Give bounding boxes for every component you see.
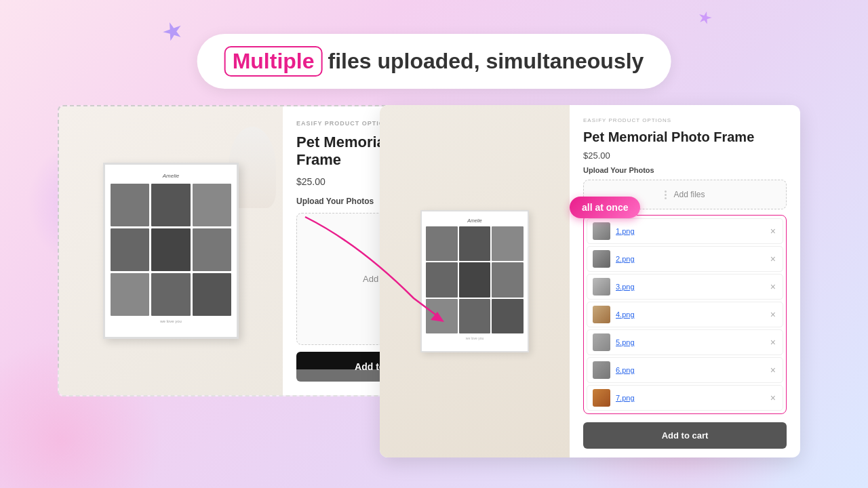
svg-marker-0 <box>161 19 184 42</box>
add-files-dots <box>665 190 667 199</box>
file-thumb-3 <box>593 278 610 296</box>
right-panel-image: Amelie we love you <box>380 105 570 458</box>
photo-5 <box>151 228 190 271</box>
frame-right-title: Amelie <box>426 218 524 225</box>
r-photo-1 <box>426 226 458 261</box>
header-pill: Multiple files uploaded, simultaneously <box>197 34 671 89</box>
right-product-title: Pet Memorial Photo Frame <box>583 129 787 145</box>
file-remove-6[interactable]: × <box>769 365 777 375</box>
file-thumb-1 <box>593 222 610 240</box>
file-name-1[interactable]: 1.png <box>616 227 764 235</box>
photo-2 <box>151 184 190 226</box>
header-multiple: Multiple <box>224 46 323 77</box>
file-thumb-4 <box>593 306 610 323</box>
right-upload-label: Upload Your Photos <box>583 166 787 174</box>
photo-4 <box>111 228 149 271</box>
file-name-3[interactable]: 3.png <box>616 283 764 291</box>
r-photo-9 <box>492 299 524 333</box>
photo-1 <box>111 184 149 226</box>
star-decoration-left <box>159 18 188 50</box>
frame-bottom: we love you <box>111 318 231 323</box>
right-image-bg: Amelie we love you <box>380 105 570 458</box>
file-item-3: 3.png × <box>587 274 783 300</box>
r-photo-7 <box>426 299 458 333</box>
file-name-7[interactable]: 7.png <box>616 394 764 402</box>
header-rest: files uploaded, simultaneously <box>328 49 644 74</box>
right-product-price: $25.00 <box>583 150 787 161</box>
file-item-5: 5.png × <box>587 329 783 355</box>
file-thumb-5 <box>593 333 610 351</box>
photo-3 <box>193 184 231 226</box>
file-remove-4[interactable]: × <box>769 310 777 319</box>
dot-2 <box>665 194 667 196</box>
photo-7 <box>111 273 149 316</box>
frame-mockup-left: Amelie we love you <box>103 163 239 339</box>
file-name-4[interactable]: 4.png <box>616 310 764 319</box>
svg-marker-1 <box>697 9 713 24</box>
left-product-image: Amelie we love you <box>59 106 283 395</box>
file-remove-1[interactable]: × <box>769 226 777 236</box>
file-thumb-7 <box>593 389 610 407</box>
right-panel-details: EASIFY PRODUCT OPTIONS Pet Memorial Phot… <box>570 105 800 458</box>
photo-8 <box>151 273 190 316</box>
file-item-4: 4.png × <box>587 302 783 327</box>
right-product-panel: Amelie we love you EASIFY PRODUCT OPTION… <box>380 105 800 458</box>
star-decoration-right <box>695 9 714 30</box>
file-name-6[interactable]: 6.png <box>616 366 764 374</box>
file-item-2: 2.png × <box>587 246 783 272</box>
file-thumb-2 <box>593 250 610 268</box>
file-remove-7[interactable]: × <box>769 393 777 403</box>
photo-9 <box>193 273 231 316</box>
r-photo-6 <box>492 262 524 297</box>
frame-mockup-right: Amelie we love you <box>420 210 529 352</box>
file-item-7: 7.png × <box>587 385 783 411</box>
file-item-6: 6.png × <box>587 357 783 383</box>
dot-1 <box>665 190 667 192</box>
r-photo-4 <box>426 262 458 297</box>
right-add-to-cart-button[interactable]: Add to cart <box>583 422 787 449</box>
file-remove-5[interactable]: × <box>769 338 777 347</box>
r-photo-5 <box>459 262 491 297</box>
file-remove-2[interactable]: × <box>769 254 777 264</box>
r-photo-2 <box>459 226 491 261</box>
r-photo-3 <box>492 226 524 261</box>
file-list: 1.png × 2.png × 3.png × 4.png × 5.png <box>583 215 787 414</box>
right-easify-label: EASIFY PRODUCT OPTIONS <box>583 117 787 123</box>
file-name-5[interactable]: 5.png <box>616 338 764 346</box>
photo-6 <box>193 228 231 271</box>
frame-right-bottom: we love you <box>426 335 524 340</box>
file-item-1: 1.png × <box>587 218 783 244</box>
frame-title: Amelie <box>111 173 231 182</box>
file-thumb-6 <box>593 361 610 379</box>
right-add-files-text: Add files <box>673 190 705 199</box>
left-image-bg: Amelie we love you <box>59 106 283 395</box>
file-name-2[interactable]: 2.png <box>616 255 764 263</box>
dot-3 <box>665 197 667 199</box>
r-photo-8 <box>459 299 491 333</box>
all-at-once-tooltip: all at once <box>570 197 640 218</box>
file-remove-3[interactable]: × <box>769 282 777 291</box>
